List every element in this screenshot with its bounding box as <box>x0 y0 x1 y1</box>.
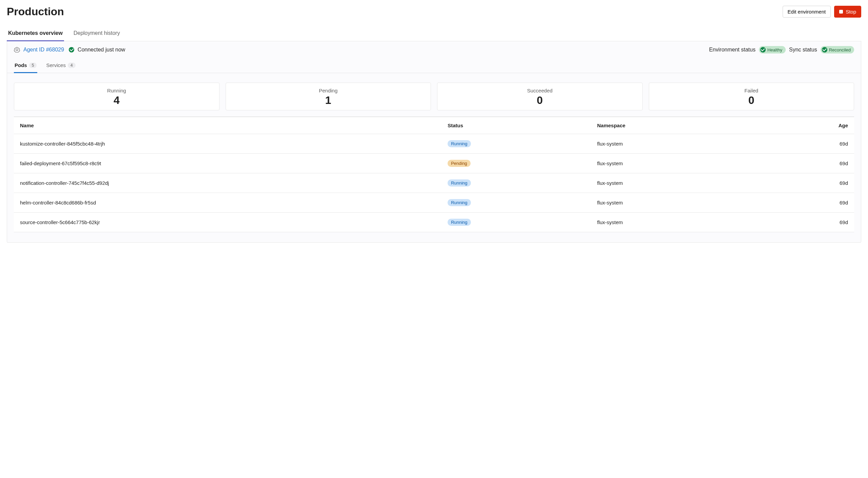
stat-value: 0 <box>441 94 639 107</box>
env-status-label: Environment status <box>709 47 756 53</box>
sync-status-value: Reconciled <box>829 47 851 52</box>
pods-table-wrap: Name Status Namespace Age kustomize-cont… <box>7 116 861 242</box>
env-status-value: Healthy <box>767 47 782 52</box>
agent-status-row: Agent ID #68029 Connected just now Envir… <box>7 41 861 57</box>
stat-value: 4 <box>18 94 216 107</box>
stat-value: 0 <box>653 94 851 107</box>
pods-table: Name Status Namespace Age kustomize-cont… <box>14 116 854 232</box>
stat-card-running: Running4 <box>14 83 220 110</box>
cell-status: Running <box>441 173 591 193</box>
count-badge: 5 <box>29 63 37 68</box>
col-header-name[interactable]: Name <box>14 117 441 134</box>
sync-status-label: Sync status <box>789 47 817 53</box>
stats-row: Running4Pending1Succeeded0Failed0 <box>7 73 861 116</box>
status-pill-running: Running <box>448 219 471 226</box>
cell-status: Pending <box>441 154 591 173</box>
table-row[interactable]: kustomize-controller-845f5cbc48-4trjhRun… <box>14 134 854 154</box>
table-row[interactable]: helm-controller-84c8cd686b-fr5sdRunningf… <box>14 193 854 213</box>
cell-age: 69d <box>762 173 854 193</box>
status-pill-running: Running <box>448 179 471 187</box>
cell-namespace: flux-system <box>591 154 762 173</box>
cell-age: 69d <box>762 193 854 213</box>
stat-label: Pending <box>229 88 428 93</box>
stat-value: 1 <box>229 94 428 107</box>
sub-tabs: Pods5Services4 <box>7 59 861 73</box>
sub-tab-pods[interactable]: Pods5 <box>14 59 37 73</box>
col-header-namespace[interactable]: Namespace <box>591 117 762 134</box>
stop-icon <box>839 10 843 14</box>
cell-namespace: flux-system <box>591 134 762 154</box>
sub-tab-label: Pods <box>15 62 27 68</box>
stat-label: Running <box>18 88 216 93</box>
cell-name: source-controller-5c664c775b-62kjr <box>14 213 441 232</box>
stat-card-pending: Pending1 <box>226 83 431 110</box>
cell-name: helm-controller-84c8cd686b-fr5sd <box>14 193 441 213</box>
cell-name: failed-deployment-67c5f595c8-r8c9t <box>14 154 441 173</box>
stat-card-succeeded: Succeeded0 <box>437 83 643 110</box>
env-status-badge: Healthy <box>759 46 786 53</box>
sub-tab-services[interactable]: Services4 <box>45 59 76 73</box>
table-row[interactable]: source-controller-5c664c775b-62kjrRunnin… <box>14 213 854 232</box>
cell-age: 69d <box>762 134 854 154</box>
main-tab-kubernetes-overview[interactable]: Kubernetes overview <box>7 26 64 41</box>
stat-label: Failed <box>653 88 851 93</box>
svg-marker-0 <box>14 47 20 52</box>
cell-namespace: flux-system <box>591 213 762 232</box>
cell-status: Running <box>441 193 591 213</box>
content-panel: Agent ID #68029 Connected just now Envir… <box>7 41 861 243</box>
svg-point-1 <box>16 49 18 51</box>
edit-environment-button[interactable]: Edit environment <box>783 6 831 18</box>
stat-label: Succeeded <box>441 88 639 93</box>
kubernetes-icon <box>14 47 20 53</box>
status-pill-running: Running <box>448 199 471 206</box>
table-row[interactable]: failed-deployment-67c5f595c8-r8c9tPendin… <box>14 154 854 173</box>
check-circle-icon <box>69 47 74 52</box>
check-circle-icon <box>822 47 827 52</box>
sub-tab-label: Services <box>46 62 66 68</box>
sync-status-badge: Reconciled <box>821 46 854 53</box>
agent-id-link[interactable]: Agent ID #68029 <box>23 47 64 53</box>
col-header-age[interactable]: Age <box>762 117 854 134</box>
main-tab-deployment-history[interactable]: Deployment history <box>72 26 121 41</box>
check-circle-icon <box>760 47 766 52</box>
cell-name: kustomize-controller-845f5cbc48-4trjh <box>14 134 441 154</box>
cell-age: 69d <box>762 154 854 173</box>
cell-status: Running <box>441 134 591 154</box>
table-row[interactable]: notification-controller-745c7f4c55-d92dj… <box>14 173 854 193</box>
cell-age: 69d <box>762 213 854 232</box>
page-title: Production <box>7 5 64 18</box>
connected-text: Connected just now <box>78 47 125 53</box>
cell-name: notification-controller-745c7f4c55-d92dj <box>14 173 441 193</box>
status-pill-running: Running <box>448 140 471 147</box>
status-pill-pending: Pending <box>448 160 471 167</box>
stop-button[interactable]: Stop <box>834 6 861 18</box>
count-badge: 4 <box>68 63 76 68</box>
stop-button-label: Stop <box>846 9 856 15</box>
main-tabs: Kubernetes overviewDeployment history <box>7 26 861 41</box>
col-header-status[interactable]: Status <box>441 117 591 134</box>
cell-namespace: flux-system <box>591 173 762 193</box>
cell-namespace: flux-system <box>591 193 762 213</box>
cell-status: Running <box>441 213 591 232</box>
stat-card-failed: Failed0 <box>649 83 854 110</box>
header-actions: Edit environment Stop <box>783 6 861 18</box>
